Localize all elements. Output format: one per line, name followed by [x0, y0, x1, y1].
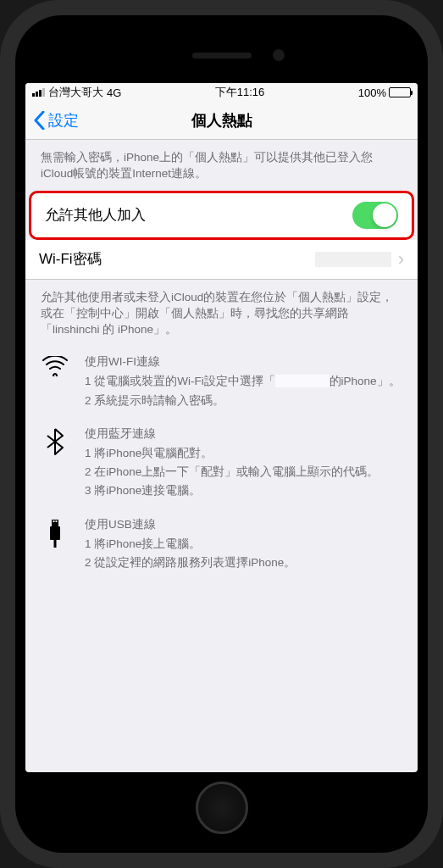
phone-frame: 台灣大哥大 4G 下午11:16 100% 設定 個人熱點 無需輸入密碼，iPh… — [0, 0, 443, 868]
svg-rect-3 — [50, 526, 60, 540]
bluetooth-icon — [41, 426, 69, 502]
highlighted-row: 允許其他人加入 — [29, 191, 414, 240]
allow-others-toggle[interactable] — [352, 202, 398, 229]
wifi-password-value — [315, 252, 391, 267]
battery-icon — [389, 87, 411, 97]
bluetooth-instructions: 使用藍牙連線 1 將iPhone與電腦配對。 2 在iPhone上點一下「配對」… — [25, 418, 418, 509]
wifi-password-row[interactable]: Wi-Fi密碼 › — [25, 240, 418, 279]
navigation-bar: 設定 個人熱點 — [25, 102, 418, 140]
back-button[interactable]: 設定 — [34, 110, 79, 131]
wifi-section-title: 使用WI-FI連線 — [85, 354, 402, 370]
bluetooth-section-title: 使用藍牙連線 — [85, 426, 402, 442]
bluetooth-step-3: 3 將iPhone連接電腦。 — [85, 482, 402, 499]
wifi-step-2: 2 系統提示時請輸入密碼。 — [85, 392, 402, 409]
chevron-right-icon: › — [398, 248, 404, 270]
battery-percent: 100% — [358, 86, 386, 99]
content: 無需輸入密碼，iPhone上的「個人熱點」可以提供其他已登入您iCloud帳號的… — [25, 140, 418, 580]
network-label: 4G — [107, 86, 121, 99]
phone-bezel: 台灣大哥大 4G 下午11:16 100% 設定 個人熱點 無需輸入密碼，iPh… — [15, 15, 428, 853]
carrier-label: 台灣大哥大 — [48, 85, 103, 100]
front-camera — [273, 49, 285, 61]
usb-step-2: 2 從設定裡的網路服務列表選擇iPhone。 — [85, 554, 402, 571]
screen: 台灣大哥大 4G 下午11:16 100% 設定 個人熱點 無需輸入密碼，iPh… — [25, 83, 418, 772]
svg-rect-1 — [53, 520, 55, 522]
allow-others-label: 允許其他人加入 — [45, 205, 146, 225]
status-bar: 台灣大哥大 4G 下午11:16 100% — [25, 83, 418, 102]
home-button[interactable] — [196, 782, 248, 834]
bluetooth-step-1: 1 將iPhone與電腦配對。 — [85, 445, 402, 462]
toggle-knob — [373, 203, 396, 227]
usb-step-1: 1 將iPhone接上電腦。 — [85, 536, 402, 553]
svg-rect-4 — [54, 540, 57, 548]
speaker — [192, 53, 252, 58]
usb-section-title: 使用USB連線 — [85, 517, 402, 532]
back-label: 設定 — [48, 110, 79, 131]
bluetooth-step-2: 2 在iPhone上點一下「配對」或輸入電腦上顯示的代碼。 — [85, 464, 402, 481]
intro-text: 無需輸入密碼，iPhone上的「個人熱點」可以提供其他已登入您iCloud帳號的… — [25, 140, 418, 191]
usb-icon — [41, 517, 69, 574]
wifi-step-1: 1 從電腦或裝置的Wi-Fi設定中選擇「 的iPhone」。 — [85, 373, 402, 390]
chevron-left-icon — [34, 111, 45, 130]
usb-instructions: 使用USB連線 1 將iPhone接上電腦。 2 從設定裡的網路服務列表選擇iP… — [25, 509, 418, 581]
wifi-icon — [41, 354, 69, 411]
signal-icon — [32, 88, 45, 97]
wifi-instructions: 使用WI-FI連線 1 從電腦或裝置的Wi-Fi設定中選擇「 的iPhone」。… — [25, 346, 418, 418]
clock: 下午11:16 — [215, 85, 265, 100]
allow-others-row[interactable]: 允許其他人加入 — [31, 193, 412, 237]
allow-others-description: 允許其他使用者或未登入iCloud的裝置在您位於「個人熱點」設定，或在「控制中心… — [25, 280, 418, 347]
svg-rect-0 — [52, 520, 58, 526]
wifi-password-label: Wi-Fi密碼 — [39, 249, 102, 269]
svg-rect-2 — [56, 520, 58, 522]
page-title: 個人熱點 — [191, 110, 252, 131]
